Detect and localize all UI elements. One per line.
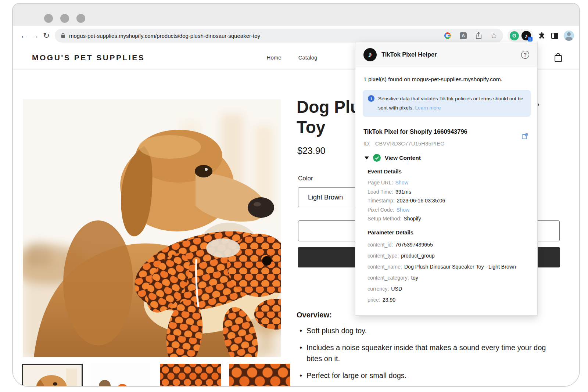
overview-bullet: Soft plush dog toy. (297, 325, 560, 336)
product-thumbnail-4[interactable] (229, 364, 290, 387)
pixel-name: TikTok Pixel for Shopify 1660943796 (363, 128, 467, 135)
popup-title: TikTok Pixel Helper (381, 51, 437, 58)
row-label: Pixel Code: (368, 207, 394, 213)
overview-bullet: Includes a noise squeaker inside that ma… (297, 342, 560, 364)
event-row[interactable]: View Content (365, 154, 421, 162)
event-details-rows: Page URL:Show Load Time:391ms Timestamp:… (368, 178, 445, 223)
tiktok-pixel-helper-extension-icon[interactable]: ♪ 1 (521, 31, 531, 40)
bookmark-star-icon[interactable]: ☆ (491, 32, 497, 39)
row-value: product_group (401, 253, 435, 259)
shop-nav: Home Catalog (267, 54, 318, 61)
color-option-label: Color (298, 175, 313, 182)
share-icon[interactable] (476, 32, 482, 39)
tiktok-logo-icon: ♪ (363, 48, 377, 61)
row-value: Dog Plush Dinosaur Squeaker Toy - Light … (404, 264, 516, 270)
row-label: Load Time: (368, 189, 393, 195)
back-icon[interactable]: ← (19, 31, 30, 40)
nav-catalog-link[interactable]: Catalog (298, 54, 318, 61)
pixel-id-value: CBVVRD3C77U15H35PIEG (375, 141, 445, 147)
profile-avatar[interactable] (564, 30, 574, 41)
row-value: 2023-06-16 03:35:06 (397, 198, 445, 204)
info-icon: i (368, 95, 374, 102)
popup-header: ♪ TikTok Pixel Helper ? (355, 42, 537, 67)
color-select-value: Light Brown (308, 194, 343, 201)
row-value: USD (391, 286, 402, 292)
row-value: 391ms (395, 189, 411, 195)
sensitive-data-notice: i Sensitive data that violates TikTok po… (363, 90, 531, 117)
parameter-details-rows: content_id:7675397439655 content_type:pr… (368, 239, 516, 305)
shop-logo[interactable]: MOGU'S PET SUPPLIES (32, 53, 145, 62)
product-thumbnail-3[interactable] (160, 364, 221, 387)
tiktok-pixel-helper-popup: ♪ TikTok Pixel Helper ? 1 pixel(s) found… (355, 42, 538, 316)
pixel-id-row: ID: CBVVRD3C77U15H35PIEG (363, 141, 445, 147)
row-value: Shopify (404, 216, 421, 222)
product-main-image[interactable] (23, 99, 281, 357)
row-label: content_category: (368, 275, 409, 281)
overview-bullet: Perfect for large or small dogs. (297, 370, 560, 381)
address-bar[interactable]: mogus-pet-supplies.myshopify.com/product… (55, 29, 503, 43)
parameter-details-heading: Parameter Details (368, 230, 413, 235)
product-thumbnail-1[interactable] (22, 364, 83, 387)
page-url-show-link[interactable]: Show (395, 180, 408, 186)
row-label: Setup Method: (368, 216, 401, 222)
event-name: View Content (385, 155, 421, 161)
browser-window: ← → ↻ mogus-pet-supplies.myshopify.com/p… (12, 3, 580, 387)
row-label: price: (368, 297, 380, 303)
row-label: Page URL: (368, 180, 393, 186)
window-minimize-button[interactable] (60, 14, 69, 23)
forward-icon[interactable]: → (30, 31, 41, 40)
nav-home-link[interactable]: Home (267, 54, 282, 61)
row-label: currency: (368, 286, 389, 292)
pixel-id-label: ID: (363, 141, 370, 147)
translate-icon[interactable]: A (460, 32, 467, 39)
grammarly-extension-icon[interactable]: G (510, 31, 519, 40)
window-titlebar (13, 4, 579, 26)
lock-icon (61, 33, 65, 39)
extensions-puzzle-icon[interactable] (538, 32, 546, 40)
extension-badge: 1 (528, 37, 533, 42)
row-label: content_type: (368, 253, 399, 259)
pixel-code-show-link[interactable]: Show (397, 207, 410, 213)
external-link-icon[interactable] (521, 133, 528, 140)
row-label: Timestamp: (368, 198, 395, 204)
learn-more-link[interactable]: Learn more (415, 105, 441, 111)
event-details-heading: Event Details (368, 169, 402, 175)
url-text[interactable]: mogus-pet-supplies.myshopify.com/product… (69, 33, 260, 39)
row-label: content_name: (368, 264, 402, 270)
product-price: $23.90 (297, 145, 325, 156)
row-label: content_id: (368, 242, 393, 248)
window-close-button[interactable] (44, 14, 53, 23)
help-icon[interactable]: ? (521, 51, 529, 59)
google-icon[interactable] (444, 32, 451, 39)
product-thumbnail-2[interactable] (91, 364, 152, 387)
window-zoom-button[interactable] (76, 14, 85, 23)
row-value: 23.90 (383, 297, 396, 303)
pixels-found-message: 1 pixel(s) found on mogus-pet-supplies.m… (363, 76, 502, 83)
reload-icon[interactable]: ↻ (41, 31, 52, 40)
pinned-extensions: G ♪ 1 (508, 29, 533, 42)
side-panel-icon[interactable] (551, 33, 558, 39)
product-overview: Overview: Soft plush dog toy. Includes a… (297, 311, 560, 387)
chevron-down-icon[interactable] (365, 157, 369, 159)
success-check-icon (373, 154, 381, 162)
sensitive-data-text: Sensitive data that violates TikTok poli… (378, 96, 523, 111)
row-value: toy (411, 275, 418, 281)
cart-bag-icon[interactable] (553, 52, 563, 63)
row-value: 7675397439655 (395, 242, 433, 248)
